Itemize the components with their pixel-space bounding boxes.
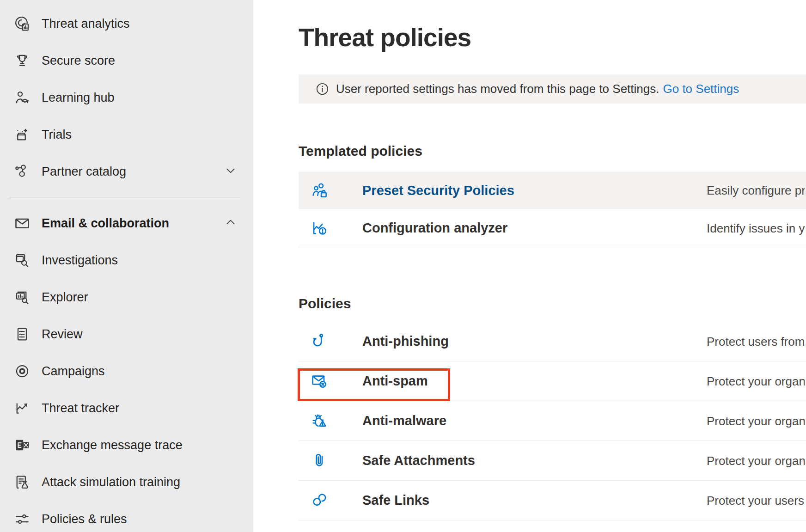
- campaigns-icon: [14, 363, 31, 379]
- review-icon: [14, 326, 31, 342]
- row-anti-malware[interactable]: Anti-malware Protect your organiz: [299, 401, 806, 441]
- templated-policies-list: Preset Security Policies Easily configur…: [299, 171, 806, 247]
- section-heading-templated-policies: Templated policies: [299, 143, 806, 159]
- row-label[interactable]: Safe Attachments: [362, 453, 475, 468]
- sidebar-item-label: Trials: [42, 128, 72, 142]
- row-description: Protect your organiz: [707, 374, 805, 388]
- sidebar-item-label: Secure score: [42, 54, 115, 68]
- anti-phishing-icon: [310, 331, 330, 352]
- sidebar-item-label: Investigations: [42, 253, 118, 268]
- sidebar-item-label: Policies & rules: [42, 512, 127, 526]
- info-banner: User reported settings has moved from th…: [299, 74, 806, 104]
- main-content: Threat policies User reported settings h…: [253, 0, 806, 532]
- page-title: Threat policies: [299, 23, 806, 52]
- row-anti-phishing[interactable]: Anti-phishing Protect users from p: [299, 322, 806, 361]
- row-description: Protect your users fr: [707, 493, 805, 508]
- sidebar-item-label: Explorer: [42, 290, 88, 305]
- sidebar-item-label: Campaigns: [42, 364, 105, 379]
- row-configuration-analyzer[interactable]: Configuration analyzer Identify issues i…: [299, 209, 806, 247]
- section-heading-policies: Policies: [299, 295, 806, 312]
- row-label[interactable]: Configuration analyzer: [362, 220, 507, 236]
- info-icon: [315, 82, 330, 96]
- sidebar-item-partner-catalog[interactable]: Partner catalog: [0, 153, 253, 190]
- sidebar-item-label: Review: [42, 327, 83, 342]
- go-to-settings-link[interactable]: Go to Settings: [663, 82, 739, 96]
- sidebar-item-policies-rules[interactable]: Policies & rules: [0, 501, 253, 532]
- policies-rules-icon: [14, 511, 31, 527]
- sidebar-item-explorer[interactable]: Explorer: [0, 279, 253, 316]
- configuration-analyzer-icon: [310, 218, 330, 238]
- row-safe-links[interactable]: Safe Links Protect your users fr: [299, 481, 806, 520]
- sidebar-item-exchange-message-trace[interactable]: Exchange message trace: [0, 427, 253, 464]
- row-description: Protect users from p: [707, 334, 805, 349]
- sidebar-item-label: Threat analytics: [42, 17, 130, 31]
- sidebar-item-label: Partner catalog: [42, 165, 126, 179]
- preset-security-policies-icon: [310, 180, 330, 201]
- anti-spam-icon: [310, 371, 330, 391]
- sidebar-item-label: Email & collaboration: [42, 216, 169, 231]
- sidebar-item-investigations[interactable]: Investigations: [0, 242, 253, 279]
- row-description: Identify issues in you: [707, 221, 805, 235]
- row-safe-attachments[interactable]: Safe Attachments Protect your organiz: [299, 441, 806, 481]
- learning-hub-icon: [14, 89, 31, 106]
- row-label[interactable]: Anti-spam: [362, 373, 428, 389]
- banner-text: User reported settings has moved from th…: [336, 82, 659, 96]
- row-description: Protect your organiz: [707, 453, 805, 468]
- sidebar-item-threat-tracker[interactable]: Threat tracker: [0, 390, 253, 427]
- email-collaboration-icon: [14, 215, 31, 232]
- row-description: Easily configure prot: [707, 183, 805, 198]
- row-label[interactable]: Preset Security Policies: [362, 183, 514, 198]
- trials-icon: [14, 126, 31, 143]
- row-anti-spam[interactable]: Anti-spam Protect your organiz: [299, 361, 806, 401]
- investigations-icon: [14, 252, 31, 269]
- chevron-up-icon[interactable]: [225, 216, 237, 230]
- sidebar-item-label: Exchange message trace: [42, 438, 183, 453]
- row-description: Protect your organiz: [707, 414, 805, 428]
- chevron-down-icon[interactable]: [225, 165, 237, 178]
- sidebar-item-label: Threat tracker: [42, 401, 119, 416]
- partner-catalog-icon: [14, 163, 31, 180]
- row-label[interactable]: Anti-phishing: [362, 334, 449, 349]
- sidebar-item-label: Learning hub: [42, 91, 115, 105]
- threat-analytics-icon: [14, 15, 31, 32]
- sidebar-item-trials[interactable]: Trials: [0, 116, 253, 153]
- safe-attachments-icon: [310, 451, 330, 471]
- sidebar-item-label: Attack simulation training: [42, 475, 180, 489]
- sidebar-item-attack-simulation-training[interactable]: Attack simulation training: [0, 464, 253, 501]
- policies-list: Anti-phishing Protect users from p Anti-…: [299, 322, 806, 520]
- sidebar-item-review[interactable]: Review: [0, 316, 253, 353]
- exchange-message-trace-icon: [14, 437, 31, 453]
- explorer-icon: [14, 289, 31, 306]
- anti-malware-icon: [310, 411, 330, 431]
- row-preset-security-policies[interactable]: Preset Security Policies Easily configur…: [299, 171, 806, 209]
- secure-score-icon: [14, 52, 31, 69]
- sidebar-item-campaigns[interactable]: Campaigns: [0, 353, 253, 390]
- sidebar: Threat analytics Secure score Learning h…: [0, 0, 253, 532]
- threat-tracker-icon: [14, 400, 31, 416]
- sidebar-item-learning-hub[interactable]: Learning hub: [0, 79, 253, 116]
- row-label[interactable]: Anti-malware: [362, 413, 446, 428]
- sidebar-item-threat-analytics[interactable]: Threat analytics: [0, 5, 253, 42]
- row-label[interactable]: Safe Links: [362, 493, 429, 508]
- sidebar-item-email-collaboration[interactable]: Email & collaboration: [0, 205, 253, 242]
- safe-links-icon: [310, 490, 330, 511]
- sidebar-item-secure-score[interactable]: Secure score: [0, 42, 253, 79]
- attack-simulation-training-icon: [14, 474, 31, 490]
- sidebar-divider: [9, 197, 240, 197]
